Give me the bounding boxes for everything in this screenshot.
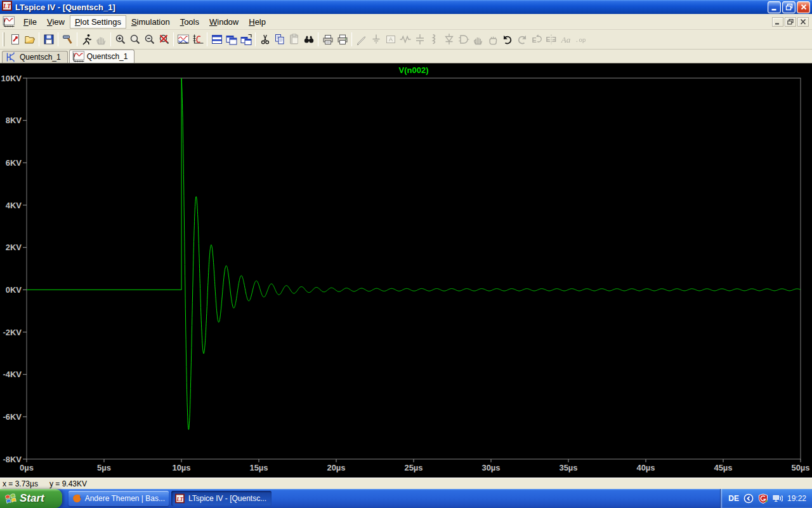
tab-label: Quentsch_1	[20, 53, 61, 62]
waveform-plot-pane[interactable]: V(n002)10KV8KV6KV4KV2KV0KV-2KV-4KV-6KV-8…	[0, 64, 812, 478]
menu-view[interactable]: View	[42, 15, 70, 29]
svg-text:E: E	[532, 36, 536, 44]
new-schematic-icon	[9, 33, 22, 46]
tile-windows-icon	[211, 33, 223, 46]
title-bar[interactable]: LT LTspice IV - [Quentsch_1]	[0, 0, 812, 14]
tab-schematic-quentsch_1[interactable]: Quentsch_1	[2, 51, 68, 63]
menu-window[interactable]: Window	[204, 15, 244, 29]
zoom-back-button[interactable]	[128, 32, 142, 47]
x-tick-label: 10µs	[172, 463, 190, 472]
toolbar-separator	[173, 32, 174, 46]
drag-icon	[487, 33, 499, 46]
x-tick-label: 5µs	[97, 463, 111, 472]
start-label: Start	[20, 492, 44, 505]
zoom-full-extents-icon	[158, 33, 171, 46]
taskbar-task-firefox[interactable]: Andere Themen | Bas...	[69, 491, 169, 506]
x-tick-label: 45µs	[714, 463, 732, 472]
waveform-plot[interactable]: V(n002)10KV8KV6KV4KV2KV0KV-2KV-4KV-6KV-8…	[0, 64, 812, 478]
language-indicator[interactable]: DE	[728, 494, 739, 503]
autorange-y-button[interactable]	[176, 32, 190, 47]
paste-button	[287, 32, 301, 47]
open-icon	[23, 33, 36, 46]
x-tick-label: 0µs	[20, 463, 34, 472]
network-volume-icon	[773, 493, 783, 504]
redo-button	[514, 32, 529, 47]
window-title: LTspice IV - [Quentsch_1]	[15, 3, 766, 12]
print-button[interactable]	[335, 32, 350, 47]
menu-file[interactable]: File	[18, 15, 42, 29]
copy-icon	[273, 33, 286, 46]
mdi-restore-button[interactable]	[785, 17, 796, 27]
find-icon	[303, 33, 315, 46]
y-tick-label: -2KV	[3, 328, 22, 337]
svg-text:LT: LT	[176, 496, 183, 502]
menu-bar: FileViewPlot SettingsSimulationToolsWind…	[0, 14, 812, 30]
print-icon	[336, 33, 349, 46]
control-panel-button[interactable]	[60, 32, 75, 47]
zoom-in-button[interactable]	[113, 32, 128, 47]
mirror-button: EƎ	[544, 32, 558, 47]
svg-text:LT: LT	[3, 3, 11, 10]
run-button[interactable]	[79, 32, 94, 47]
ltspice-logo-icon: LT	[2, 1, 12, 13]
zoom-in-icon	[114, 33, 127, 46]
taskbar-task-ltspice[interactable]: LTLTspice IV - [Quentsc...	[171, 491, 272, 506]
undo-button[interactable]	[500, 32, 514, 47]
system-tray: DE 19:22	[720, 489, 812, 508]
text-button: Aa	[558, 32, 573, 47]
component-icon	[457, 33, 470, 46]
cascade-windows-icon	[225, 33, 238, 46]
clock: 19:22	[787, 494, 806, 503]
cut-button[interactable]	[258, 32, 272, 47]
tab-schematic-icon	[5, 51, 17, 63]
toolbar-separator	[207, 32, 207, 46]
new-schematic-button[interactable]	[8, 32, 22, 47]
plot-settings-button[interactable]	[190, 32, 205, 47]
save-icon	[43, 33, 55, 46]
toolbar: AEEƎAa.op	[0, 30, 812, 50]
mdi-minimize-button[interactable]	[772, 17, 783, 27]
menu-plot-settings[interactable]: Plot Settings	[70, 15, 126, 29]
mdi-window-controls	[772, 17, 809, 27]
tab-waveform-quentsch_1[interactable]: Quentsch_1	[69, 50, 135, 63]
minimize-icon	[774, 18, 782, 25]
arrange-windows-button[interactable]	[239, 32, 253, 47]
svg-text:Ǝ: Ǝ	[552, 36, 556, 43]
plot-background[interactable]	[0, 64, 812, 478]
print-preview-button[interactable]	[320, 32, 335, 47]
x-tick-label: 20µs	[327, 463, 345, 472]
inductor-button	[427, 32, 442, 47]
restore-button[interactable]	[782, 1, 796, 13]
menu-simulation[interactable]: Simulation	[126, 15, 175, 29]
network-volume-icon[interactable]	[773, 493, 783, 504]
toolbar-grip[interactable]	[3, 32, 4, 46]
mdi-close-button[interactable]	[797, 17, 809, 27]
minimize-button[interactable]	[768, 1, 781, 13]
redo-icon	[516, 33, 528, 46]
hide-icons-chevron-icon[interactable]	[743, 493, 754, 504]
start-button[interactable]: Start	[0, 489, 62, 508]
cascade-windows-button[interactable]	[224, 32, 239, 47]
save-button[interactable]	[41, 32, 56, 47]
find-button[interactable]	[301, 32, 316, 47]
x-tick-label: 40µs	[636, 463, 655, 472]
move-icon	[472, 33, 485, 46]
tab-label: Quentsch_1	[87, 52, 128, 61]
open-button[interactable]	[22, 32, 37, 47]
tile-windows-button[interactable]	[209, 32, 224, 47]
close-button[interactable]	[797, 1, 810, 13]
control-panel-icon	[62, 33, 74, 46]
gdata-antivirus-icon[interactable]	[758, 493, 768, 504]
arrange-windows-icon	[240, 33, 252, 46]
copy-button[interactable]	[272, 32, 287, 47]
rotate-icon: E	[530, 33, 543, 46]
y-tick-label: 10KV	[1, 74, 22, 83]
status-bar: x = 3.73µs y = 9.43KV	[0, 478, 812, 489]
cursor-x-readout: x = 3.73µs	[3, 479, 38, 488]
menu-help[interactable]: Help	[244, 15, 271, 29]
resistor-icon	[399, 33, 412, 46]
zoom-out-button[interactable]	[142, 32, 157, 47]
zoom-full-extents-button[interactable]	[157, 32, 171, 47]
undo-icon	[501, 33, 514, 46]
menu-tools[interactable]: Tools	[175, 15, 204, 29]
